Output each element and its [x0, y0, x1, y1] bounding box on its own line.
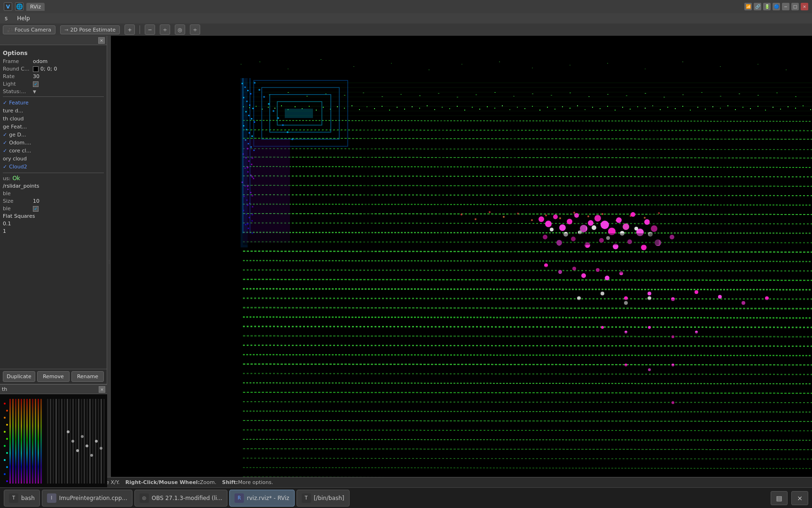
size-value: 10	[33, 198, 39, 204]
svg-rect-27	[419, 95, 421, 96]
svg-rect-80	[472, 107, 473, 108]
svg-rect-33	[532, 94, 533, 94]
svg-rect-374	[89, 399, 91, 484]
odom-item[interactable]: ✓ Odom....	[3, 139, 104, 147]
pose-estimate-button[interactable]: → 2D Pose Estimate	[60, 25, 120, 34]
svg-point-226	[247, 148, 249, 150]
3d-viewport[interactable]	[111, 36, 812, 487]
svg-rect-34	[551, 95, 552, 95]
svg-point-232	[247, 204, 249, 206]
svg-rect-46	[776, 93, 778, 93]
svg-rect-1	[241, 64, 242, 64]
menubar: s Help	[0, 13, 812, 24]
focus-camera-button[interactable]: 🎥 Focus Camera	[3, 25, 55, 34]
color-box[interactable]	[33, 66, 39, 72]
remove-button[interactable]: Remove	[37, 371, 70, 382]
svg-rect-92	[562, 106, 563, 107]
svg-rect-112	[712, 106, 713, 107]
svg-point-301	[601, 292, 604, 295]
ble-checkbox[interactable]	[33, 206, 39, 212]
svg-rect-71	[404, 109, 405, 110]
ory-cloud-item[interactable]: ory cloud	[3, 155, 104, 163]
taskbar-close-btn[interactable]: ×	[791, 491, 808, 505]
menu-item-s[interactable]: s	[3, 14, 9, 23]
taskbar-show-desktop-btn[interactable]: ▤	[771, 491, 788, 505]
svg-point-346	[6, 480, 8, 482]
svg-rect-69	[389, 110, 390, 111]
minus-btn[interactable]: −	[145, 24, 155, 35]
ge-d-label: ge D...	[9, 132, 26, 138]
svg-rect-225	[243, 139, 290, 243]
camera-icon: 🎥	[7, 27, 13, 32]
svg-point-264	[631, 212, 635, 217]
svg-point-228	[247, 167, 249, 168]
ge-feat-item[interactable]: ge Feat...	[3, 123, 104, 131]
feature-item[interactable]: ✓ Feature	[3, 99, 104, 107]
resize-handle[interactable]: ⋮	[107, 36, 111, 487]
svg-point-336	[6, 410, 8, 412]
status-arrow: ▼	[33, 89, 36, 94]
svg-point-296	[695, 290, 698, 294]
separator-2	[3, 173, 104, 173]
svg-rect-120	[773, 107, 773, 108]
taskbar-item-rviz[interactable]: R rviz.rviz* - RViz	[229, 490, 294, 507]
svg-rect-365	[64, 399, 65, 484]
ture-d-item[interactable]: ture d...	[3, 107, 104, 115]
style-row: Flat Squares	[3, 213, 104, 219]
svg-point-383	[81, 435, 84, 438]
svg-point-233	[251, 214, 253, 215]
svg-rect-102	[637, 106, 638, 107]
svg-rect-363	[58, 399, 60, 484]
svg-rect-106	[667, 107, 668, 108]
divide-btn[interactable]: ÷	[160, 24, 170, 35]
add-button[interactable]: +	[125, 24, 135, 35]
cloud2-label: Cloud2	[9, 164, 27, 170]
ge-d-item[interactable]: ✓ ge D...	[3, 131, 104, 139]
svg-rect-99	[615, 110, 616, 111]
svg-rect-22	[325, 94, 327, 94]
taskbar-item-obs[interactable]: ◎ OBS 27.1.3-modified (li...	[134, 490, 228, 507]
svg-rect-361	[53, 399, 54, 484]
menu-item-help[interactable]: Help	[15, 14, 31, 23]
maximize-btn[interactable]: □	[791, 3, 799, 10]
duplicate-button[interactable]: Duplicate	[3, 371, 35, 382]
close-btn[interactable]: ×	[801, 3, 808, 10]
obs-label: OBS 27.1.3-modified (li...	[152, 495, 223, 501]
mini-panel: th ×	[0, 384, 107, 487]
circle-btn[interactable]: ◎	[175, 24, 185, 35]
svg-rect-62	[337, 106, 338, 107]
svg-rect-314	[243, 266, 812, 273]
size-label: Size	[3, 198, 31, 204]
svg-rect-355	[32, 399, 33, 484]
svg-point-289	[581, 273, 586, 278]
rename-button[interactable]: Rename	[71, 371, 104, 382]
panel-close-btn[interactable]: ×	[98, 37, 105, 44]
val2-row: 1	[3, 228, 104, 234]
divide2-btn[interactable]: ÷	[190, 24, 200, 35]
taskbar-item-bash[interactable]: T bash	[4, 490, 40, 507]
svg-rect-30	[476, 95, 477, 95]
svg-rect-320	[363, 78, 372, 257]
cloud2-item[interactable]: ✓ Cloud2	[3, 163, 104, 171]
svg-rect-37	[607, 94, 609, 95]
th-cloud-item[interactable]: th cloud	[3, 115, 104, 123]
style-value: Flat Squares	[3, 213, 35, 219]
svg-point-231	[251, 195, 253, 197]
mini-panel-close[interactable]: ×	[99, 386, 105, 393]
panel-header: ×	[0, 36, 107, 45]
taskbar-item-imu[interactable]: I ImuPreintegration.cpp...	[42, 490, 133, 507]
rviz-label: rviz.rviz* - RViz	[247, 495, 289, 501]
titlebar-app-title: RViz	[26, 3, 45, 11]
titlebar-controls[interactable]: 📶 🔗 🔋 🔵 − □ ×	[744, 3, 808, 10]
light-checkbox[interactable]	[33, 81, 39, 87]
svg-point-252	[545, 221, 552, 227]
core-cl-item[interactable]: ✓ core cl...	[3, 147, 104, 155]
round-c-value: 0; 0; 0	[40, 66, 57, 72]
svg-point-345	[4, 473, 6, 475]
svg-rect-12	[607, 63, 608, 64]
svg-rect-116	[742, 107, 743, 108]
light-row: Light	[3, 81, 104, 87]
taskbar-item-bin-bash[interactable]: T [/bin/bash]	[297, 490, 350, 507]
minimize-btn[interactable]: −	[782, 3, 789, 10]
svg-rect-377	[98, 399, 99, 484]
